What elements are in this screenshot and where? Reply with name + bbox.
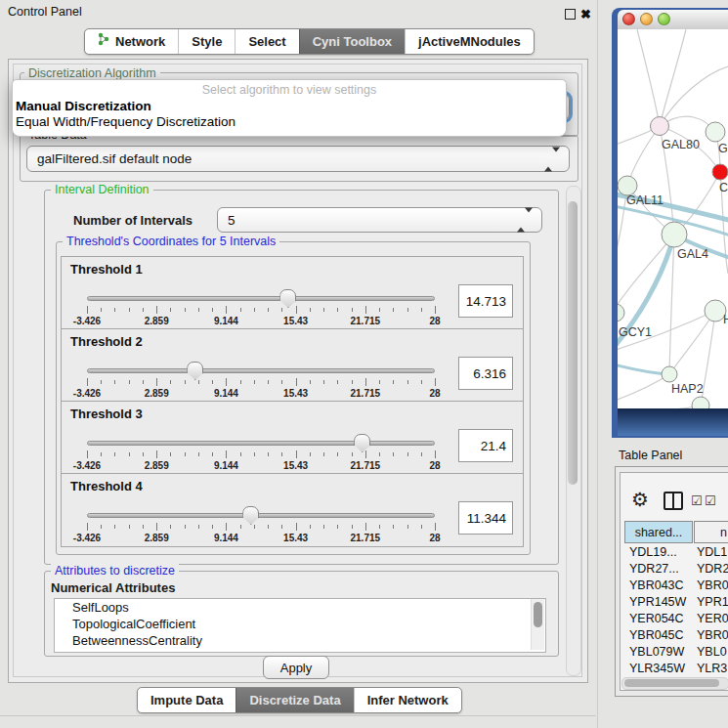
tab-style[interactable]: Style — [178, 29, 235, 54]
popup-option-manual-discretization[interactable]: Manual Discretization — [13, 99, 566, 113]
table-row[interactable]: YDR27...YDR2 — [621, 562, 728, 578]
tick-mark — [421, 380, 422, 384]
tick-mark — [435, 306, 436, 314]
tab-cyni-toolbox[interactable]: Cyni Toolbox — [299, 29, 405, 54]
gear-icon[interactable]: ⚙ — [631, 490, 649, 509]
minimize-traffic-light-icon[interactable] — [640, 13, 653, 25]
table-row[interactable]: YBR045CYBR0 — [621, 628, 728, 645]
attributes-scrollbar-thumb[interactable] — [534, 602, 542, 627]
network-node-label: GAL11 — [626, 193, 664, 207]
tick-mark — [156, 378, 157, 386]
table-row[interactable]: YLR345WYLR3 — [621, 662, 728, 676]
tick-label: -3.426 — [73, 388, 101, 399]
tick-labels: -3.4262.8599.14415.4321.71528 — [87, 533, 435, 544]
tab-discretize-data[interactable]: Discretize Data — [236, 688, 353, 712]
threshold-slider[interactable]: -3.4262.8599.14415.4321.71528 — [87, 437, 435, 470]
attribute-item[interactable]: BetweennessCentrality — [55, 632, 545, 649]
table-data-combo-value: galFiltered.sif default node — [37, 151, 192, 166]
network-node[interactable] — [692, 397, 709, 408]
threshold-value-field[interactable]: 14.713 — [458, 284, 513, 318]
popup-option-equal-width-frequency[interactable]: Equal Width/Frequency Discretization — [13, 114, 566, 129]
tab-select-label: Select — [248, 29, 285, 54]
tab-impute-data[interactable]: Impute Data — [138, 688, 236, 712]
tick-mark — [170, 525, 171, 529]
column-header-name[interactable]: n — [694, 521, 728, 543]
tick-mark — [352, 380, 353, 384]
tick-labels: -3.4262.8599.14415.4321.71528 — [87, 388, 435, 400]
apply-button[interactable]: Apply — [263, 656, 329, 679]
threshold-slider[interactable]: -3.4262.8599.14415.4321.71528 — [87, 509, 435, 542]
zoom-traffic-light-icon[interactable] — [658, 13, 670, 25]
table-row[interactable]: YBL079WYBL0 — [621, 645, 728, 662]
table-cell: YBL079W — [621, 645, 693, 662]
slider-track[interactable] — [87, 296, 435, 301]
node-table-body[interactable]: YDL19...YDL1YDR27...YDR2YBR043CYBR0YPR14… — [621, 545, 728, 676]
tick-mark — [268, 308, 269, 312]
table-panel-title: Table Panel — [619, 449, 682, 462]
slider-track[interactable] — [87, 441, 435, 446]
tick-mark — [407, 525, 408, 529]
table-row[interactable]: YBR043CYBR0 — [621, 578, 728, 595]
float-window-icon[interactable] — [565, 9, 576, 20]
main-scrollbar[interactable] — [566, 186, 581, 676]
table-cell: YBL0 — [693, 645, 727, 662]
number-of-intervals-combo[interactable]: 5 — [217, 207, 542, 233]
tick-marks — [87, 378, 435, 387]
tick-mark — [226, 306, 227, 314]
attribute-item[interactable]: TopologicalCoefficient — [55, 616, 545, 632]
table-row[interactable]: YER054CYER0 — [621, 612, 728, 628]
tick-mark — [352, 525, 353, 529]
tab-network[interactable]: Network — [85, 29, 178, 54]
tick-mark — [268, 525, 269, 529]
network-node[interactable] — [706, 122, 725, 142]
slider-track[interactable] — [87, 513, 435, 518]
tick-label: 15.43 — [283, 388, 308, 399]
attributes-group-label: Attributes to discretize — [51, 564, 179, 578]
tick-marks — [87, 306, 435, 315]
network-view[interactable]: GAL80GCGAL11GAL4GCY1HHAP2 — [618, 29, 728, 408]
tick-mark — [379, 308, 380, 312]
table-cell: YBR045C — [621, 628, 693, 645]
network-node[interactable] — [662, 366, 677, 382]
network-node[interactable] — [618, 304, 624, 321]
main-scrollbar-thumb[interactable] — [568, 201, 578, 485]
threshold-slider[interactable]: -3.4262.8599.14415.4321.71528 — [87, 364, 435, 398]
threshold-value-field[interactable]: 21.4 — [458, 429, 513, 462]
network-node[interactable] — [662, 222, 687, 247]
network-node[interactable] — [712, 164, 728, 180]
numerical-attributes-list[interactable]: SelfLoopsTopologicalCoefficientBetweenne… — [54, 598, 546, 653]
attributes-scrollbar[interactable] — [531, 599, 544, 650]
attribute-item[interactable]: SelfLoops — [55, 599, 545, 616]
threshold-row: Threshold 3 -3.4262.8599.14415.4321.7152… — [61, 401, 524, 475]
split-view-icon[interactable] — [664, 492, 683, 510]
close-icon[interactable]: ✖ — [580, 8, 591, 21]
top-tab-bar: Network Style Select Cyni Toolbox jActiv… — [84, 28, 535, 55]
table-data-combo[interactable]: galFiltered.sif default node — [26, 146, 570, 172]
network-window-titlebar[interactable] — [618, 10, 728, 30]
network-node[interactable] — [651, 117, 669, 136]
network-node[interactable] — [618, 176, 637, 195]
tab-select[interactable]: Select — [235, 29, 298, 54]
close-traffic-light-icon[interactable] — [622, 13, 635, 25]
threshold-slider[interactable]: -3.4262.8599.14415.4321.71528 — [87, 292, 435, 325]
table-cell: YLR345W — [621, 662, 693, 676]
tick-label: 9.144 — [214, 533, 238, 543]
tab-jactivemnodules[interactable]: jActiveMNodules — [405, 29, 534, 54]
threshold-value-field[interactable]: 6.316 — [458, 357, 513, 390]
threshold-value-field[interactable]: 11.344 — [458, 501, 513, 535]
checkbox-icon[interactable]: ☑ — [705, 494, 716, 507]
checkbox-icon[interactable]: ☑ — [691, 494, 703, 507]
tick-mark — [129, 308, 130, 312]
tick-label: 28 — [429, 388, 440, 399]
slider-track[interactable] — [87, 368, 435, 373]
table-row[interactable]: YDL19...YDL1 — [621, 545, 728, 562]
table-row[interactable]: YPR145WYPR1 — [621, 595, 728, 612]
combo-stepper-icon — [544, 151, 560, 166]
table-hscrollbar[interactable] — [621, 677, 728, 690]
network-window-bottom-frame — [618, 408, 728, 436]
tab-infer-network[interactable]: Infer Network — [354, 688, 461, 712]
table-hscrollbar-thumb[interactable] — [624, 679, 719, 687]
tick-mark — [310, 308, 311, 312]
tick-mark — [170, 452, 171, 456]
column-header-shared-name[interactable]: shared... — [624, 521, 693, 543]
